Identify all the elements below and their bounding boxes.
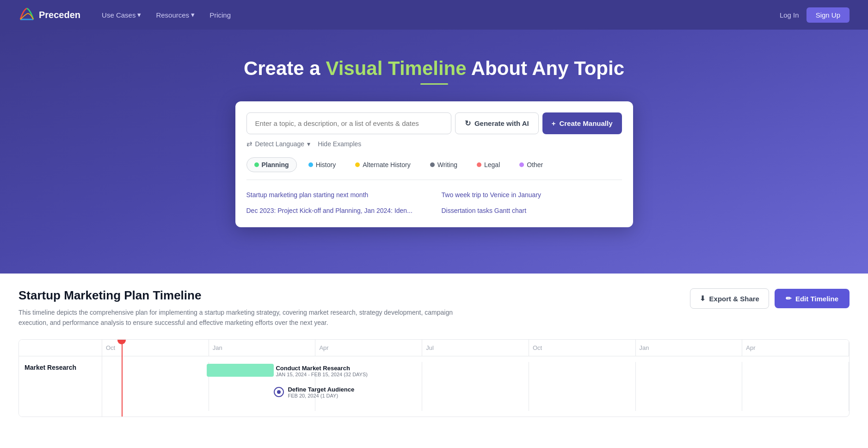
export-share-button[interactable]: ⬇ Export & Share (690, 288, 769, 309)
login-link[interactable]: Log In (780, 11, 799, 19)
hero-title: Create a Visual Timeline About Any Topic (244, 57, 624, 80)
timeline-body: Market Research Conduct Market Research … (19, 356, 849, 417)
axis-labels: Oct Jan Apr Jul Oct Jan Apr (102, 340, 849, 356)
plus-icon: + (552, 119, 556, 127)
example-3[interactable]: Dec 2023: Project Kick-off and Planning,… (246, 205, 427, 216)
download-icon: ⬇ (700, 294, 706, 303)
detect-language-button[interactable]: ⇄ Detect Language ▾ (246, 140, 311, 148)
ai-icon: ↻ (465, 119, 471, 128)
timeline-axis: Oct Jan Apr Jul Oct Jan Apr (19, 340, 849, 356)
logo-text: Preceden (39, 10, 80, 20)
category-alternate-history[interactable]: Alternate History (347, 157, 418, 172)
search-input[interactable] (246, 112, 451, 134)
row-label-market-research: Market Research (19, 356, 102, 417)
edit-icon: ✏ (786, 294, 792, 303)
example-4[interactable]: Dissertation tasks Gantt chart (442, 205, 622, 216)
chevron-down-icon: ▾ (307, 140, 310, 148)
axis-month-jan2: Jan (636, 340, 743, 356)
category-legal[interactable]: Legal (469, 157, 508, 172)
example-1[interactable]: Startup marketing plan starting next mon… (246, 189, 427, 200)
logo[interactable]: Preceden (18, 6, 80, 23)
nav-item-resources[interactable]: Resources ▾ (149, 7, 201, 23)
event-conduct-market-research[interactable]: Conduct Market Research JAN 15, 2024 - F… (207, 364, 274, 377)
milestone-sub-define-target-audience: FEB 20, 2024 (1 DAY) (288, 393, 354, 398)
category-other[interactable]: Other (511, 157, 551, 172)
search-meta: ⇄ Detect Language ▾ Hide Examples (246, 140, 622, 148)
chevron-down-icon: ▾ (137, 11, 141, 19)
axis-month-jan1: Jan (209, 340, 316, 356)
category-history[interactable]: History (301, 157, 344, 172)
create-manually-button[interactable]: + Create Manually (542, 112, 622, 134)
axis-month-apr1: Apr (315, 340, 422, 356)
timeline-description: This timeline depicts the comprehensive … (18, 307, 481, 328)
today-line (122, 340, 123, 417)
timeline-actions: ⬇ Export & Share ✏ Edit Timeline (690, 288, 850, 309)
grid-line-6 (636, 362, 743, 411)
other-dot (519, 162, 524, 167)
timeline-title: Startup Marketing Plan Timeline (18, 288, 509, 303)
grid-line-7 (742, 362, 849, 411)
edit-timeline-button[interactable]: ✏ Edit Timeline (775, 289, 850, 308)
translate-icon: ⇄ (246, 140, 252, 148)
navbar: Preceden Use Cases ▾ Resources ▾ Pricing… (0, 0, 868, 30)
nav-item-pricing[interactable]: Pricing (203, 7, 237, 23)
search-container: ↻ Generate with AI + Create Manually ⇄ D… (235, 101, 633, 227)
hero-section: Create a Visual Timeline About Any Topic… (0, 30, 868, 274)
nav-item-use-cases[interactable]: Use Cases ▾ (95, 7, 148, 23)
milestone-inner-dot (277, 390, 281, 394)
signup-button[interactable]: Sign Up (806, 7, 850, 23)
writing-dot (430, 162, 435, 167)
milestone-title-define-target-audience: Define Target Audience (288, 386, 354, 393)
search-row: ↻ Generate with AI + Create Manually (246, 112, 622, 134)
grid-line-4 (422, 362, 529, 411)
timeline-chart: Oct Jan Apr Jul Oct Jan Apr Market Resea… (18, 339, 850, 417)
timeline-section: Startup Marketing Plan Timeline This tim… (0, 274, 868, 432)
row-content-market-research: Conduct Market Research JAN 15, 2024 - F… (102, 356, 849, 417)
categories: Planning History Alternate History Writi… (246, 157, 622, 180)
legal-dot (477, 162, 481, 167)
axis-month-oct2: Oct (529, 340, 636, 356)
history-dot (308, 162, 313, 167)
category-planning[interactable]: Planning (246, 157, 297, 172)
grid-line-1 (102, 362, 209, 411)
alternate-history-dot (355, 162, 360, 167)
timeline-info: Startup Marketing Plan Timeline This tim… (18, 288, 509, 328)
examples-grid: Startup marketing plan starting next mon… (246, 189, 622, 216)
example-2[interactable]: Two week trip to Venice in January (442, 189, 622, 200)
planning-dot (254, 162, 259, 167)
axis-month-jul: Jul (422, 340, 529, 356)
hero-underline (420, 83, 448, 85)
generate-button[interactable]: ↻ Generate with AI (455, 112, 539, 134)
axis-month-apr2: Apr (742, 340, 849, 356)
axis-spacer (19, 340, 102, 356)
nav-right: Log In Sign Up (780, 7, 850, 23)
timeline-header: Startup Marketing Plan Timeline This tim… (18, 288, 850, 328)
hide-examples-button[interactable]: Hide Examples (318, 140, 361, 148)
event-bar-sub-conduct-market-research: JAN 15, 2024 - FEB 15, 2024 (32 DAYS) (276, 372, 368, 377)
category-writing[interactable]: Writing (422, 157, 465, 172)
chevron-down-icon: ▾ (191, 11, 195, 19)
grid-line-5 (529, 362, 636, 411)
event-define-target-audience[interactable]: Define Target Audience FEB 20, 2024 (1 D… (274, 386, 354, 398)
logo-icon (18, 6, 35, 23)
event-bar-title-conduct-market-research: Conduct Market Research (276, 365, 368, 372)
nav-links: Use Cases ▾ Resources ▾ Pricing (95, 7, 780, 23)
